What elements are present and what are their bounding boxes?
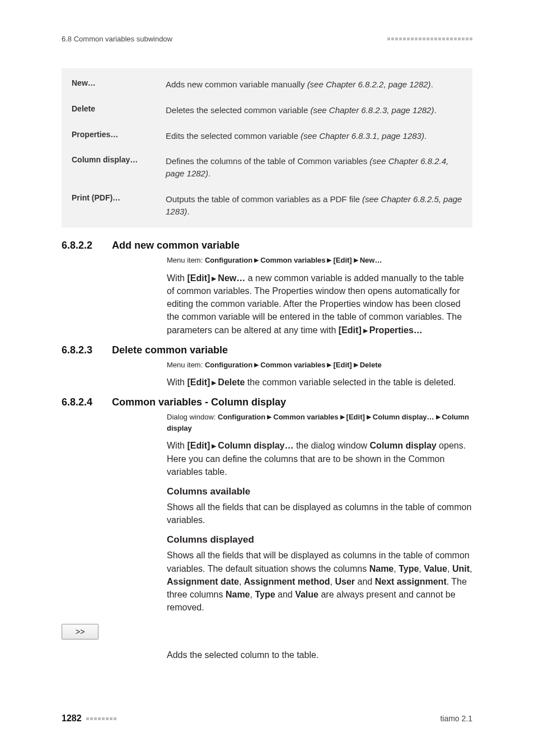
def-desc: Deletes the selected common variable (se…	[166, 104, 462, 116]
def-term: Delete	[72, 104, 166, 113]
section-heading: 6.8.2.4 Common variables - Column displa…	[62, 396, 472, 408]
menu-path: Menu item: Configuration▶Common variable…	[167, 255, 472, 266]
def-term: Print (PDF)…	[72, 193, 166, 202]
def-desc: Defines the columns of the table of Comm…	[166, 155, 462, 180]
chevron-right-icon: ▶	[354, 360, 358, 370]
page-number: 1282	[62, 713, 116, 724]
sub-heading-columns-available: Columns available	[167, 486, 472, 497]
def-row: Column display… Defines the columns of t…	[72, 148, 462, 186]
def-term: Column display…	[72, 155, 166, 164]
chevron-right-icon: ▶	[327, 255, 331, 265]
header-ornament	[387, 38, 472, 40]
chevron-right-icon: ▶	[212, 379, 216, 388]
add-column-text: Adds the selected column to the table.	[167, 648, 472, 661]
definition-list: New… Adds new common variable manually (…	[62, 68, 472, 227]
add-column-button[interactable]: >>	[62, 624, 99, 640]
chevron-right-icon: ▶	[436, 412, 441, 422]
section-title: Add new common variable	[112, 240, 472, 251]
def-desc: Outputs the table of common variables as…	[166, 193, 462, 218]
chevron-right-icon: ▶	[254, 360, 259, 370]
section-body: With [Edit]▶New… a new common variable i…	[167, 272, 472, 337]
def-desc: Edits the selected common variable (see …	[166, 130, 462, 142]
menu-path: Menu item: Configuration▶Common variable…	[167, 360, 472, 371]
section-number: 6.8.2.3	[62, 344, 112, 356]
sub-heading-columns-displayed: Columns displayed	[167, 534, 472, 545]
section-heading: 6.8.2.2 Add new common variable	[62, 240, 472, 251]
chevron-right-icon: ▶	[340, 412, 345, 422]
footer-product: tiamo 2.1	[440, 714, 472, 723]
section-heading: 6.8.2.3 Delete common variable	[62, 344, 472, 356]
section-column-display: 6.8.2.4 Common variables - Column displa…	[62, 396, 472, 661]
section-delete-common-variable: 6.8.2.3 Delete common variable Menu item…	[62, 344, 472, 389]
page-footer: 1282 tiamo 2.1	[62, 713, 472, 724]
def-row: Properties… Edits the selected common va…	[72, 123, 462, 149]
section-number: 6.8.2.2	[62, 240, 112, 251]
footer-ornament	[86, 717, 116, 720]
chevron-right-icon: ▶	[327, 360, 331, 370]
def-row: Print (PDF)… Outputs the table of common…	[72, 186, 462, 218]
def-term: Properties…	[72, 130, 166, 139]
section-title: Common variables - Column display	[112, 396, 472, 408]
page-header: 6.8 Common variables subwindow	[62, 35, 472, 43]
chevron-right-icon: ▶	[354, 255, 358, 265]
header-section: 6.8 Common variables subwindow	[62, 35, 172, 43]
columns-available-text: Shows all the fields that can be display…	[167, 501, 472, 526]
section-body: With [Edit]▶Column display… the dialog w…	[167, 439, 472, 478]
chevron-right-icon: ▶	[212, 442, 216, 451]
def-desc: Adds new common variable manually (see C…	[166, 78, 462, 91]
chevron-right-icon: ▶	[363, 326, 368, 335]
chevron-right-icon: ▶	[254, 255, 259, 265]
def-row: Delete Deletes the selected common varia…	[72, 97, 462, 123]
chevron-right-icon: ▶	[367, 412, 371, 422]
def-term: New…	[72, 78, 166, 87]
chevron-right-icon: ▶	[267, 412, 271, 422]
section-title: Delete common variable	[112, 344, 472, 356]
def-row: New… Adds new common variable manually (…	[72, 78, 462, 97]
dialog-path: Dialog window: Configuration▶Common vari…	[167, 412, 472, 433]
section-add-new-common-variable: 6.8.2.2 Add new common variable Menu ite…	[62, 240, 472, 336]
section-number: 6.8.2.4	[62, 396, 112, 408]
section-body: With [Edit]▶Delete the common variable s…	[167, 376, 472, 389]
chevron-right-icon: ▶	[212, 274, 216, 283]
columns-displayed-text: Shows all the fields that will be displa…	[167, 549, 472, 614]
